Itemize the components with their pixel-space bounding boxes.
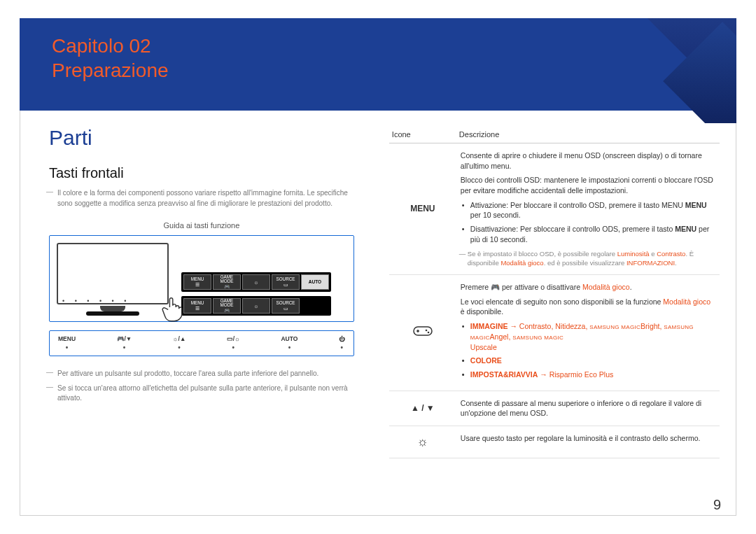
table-head-icons: Icone [389, 126, 456, 143]
table-row-game: Premere 🎮 per attivare o disattivare Mod… [389, 275, 720, 391]
left-column: Parti Tasti frontali Il colore e la form… [49, 126, 354, 458]
chapter-banner: Capitolo 02 Preparazione [20, 18, 736, 111]
chapter-title: Preparazione [52, 58, 169, 83]
btn-auto: AUTO [281, 335, 298, 342]
osd-strips: MENU☰ GAMEMODE🎮 ☼ SOURCE▭ AUTO MENU☰ GAM… [181, 272, 331, 316]
touch-dots: • • • • • • [62, 297, 130, 304]
table-head-desc: Descrizione [456, 126, 720, 143]
game-voci: Le voci elencate di seguito non sono dis… [461, 297, 715, 317]
game-li-colore: COLORE [461, 356, 715, 366]
button-labels-frame: MENU• 🎮/▼• ☼/▲• ▭/☼• AUTO• ⏻• [49, 330, 354, 356]
btn-rect-sun: ▭/☼ [227, 335, 240, 342]
game-li-immagine: IMMAGINE → Contrasto, Nitidezza, SAMSUNG… [461, 321, 715, 352]
osd-row-top: MENU☰ GAMEMODE🎮 ☼ SOURCE▭ AUTO [181, 272, 331, 292]
table-row-menu: MENU Consente di aprire o chiudere il me… [389, 143, 720, 275]
table-row-arrows: ▲ / ▼ Consente di passare al menu superi… [389, 391, 720, 426]
hand-icon [159, 292, 190, 323]
note-activate: Per attivare un pulsante sul prodotto, t… [49, 369, 354, 379]
guide-label: Guida ai tasti funzione [49, 221, 354, 230]
btn-gamepad: 🎮/▼ [117, 335, 132, 342]
menu-small-note: Se è impostato il blocco OSD, è possibil… [461, 249, 715, 268]
btn-power-icon: ⏻ [339, 335, 345, 342]
menu-deactivation-item: Disattivazione: Per sbloccare il control… [461, 224, 715, 244]
svg-point-4 [428, 332, 430, 334]
btn-menu: MENU [58, 335, 76, 342]
osd-row-bottom: MENU☰ GAMEMODE🎮 ☼ SOURCE▭ [181, 296, 331, 316]
section-heading: Parti [49, 126, 354, 150]
menu-icon-label: MENU [389, 143, 456, 275]
icons-table: Icone Descrizione MENU Consente di aprir… [389, 126, 720, 458]
right-column: Icone Descrizione MENU Consente di aprir… [389, 126, 720, 458]
content-area: Parti Tasti frontali Il colore e la form… [49, 126, 720, 458]
note-spec-change: Il colore e la forma dei componenti poss… [49, 188, 354, 209]
page-number: 9 [713, 497, 721, 513]
menu-lock-desc: Blocco dei controlli OSD: mantenere le i… [461, 175, 715, 195]
monitor-illustration: • • • • • • [57, 243, 169, 316]
monitor-figure: • • • • • • MENU☰ GAMEMODE🎮 ☼ SOURCE▭ AU… [49, 235, 354, 322]
menu-activation-item: Attivazione: Per bloccare il controllo O… [461, 200, 715, 220]
arrows-desc: Consente di passare al menu superiore o … [456, 391, 720, 426]
menu-open-desc: Consente di aprire o chiudere il menu OS… [461, 150, 715, 171]
svg-rect-0 [414, 327, 432, 335]
svg-point-3 [426, 330, 428, 332]
note-label-area: Se si tocca un'area attorno all'etichett… [49, 384, 354, 404]
gamepad-icon [389, 275, 456, 391]
subsection-heading: Tasti frontali [49, 165, 354, 181]
game-li-imposta: IMPOSTA&RIAVVIA → Risparmio Eco Plus [461, 370, 715, 380]
sun-icon: ☼ [389, 426, 456, 458]
table-row-sun: ☼ Usare questo tasto per regolare la lum… [389, 426, 720, 458]
sun-desc: Usare questo tasto per regolare la lumin… [456, 426, 720, 458]
game-premere: Premere 🎮 per attivare o disattivare Mod… [461, 282, 715, 293]
chapter-label: Capitolo 02 [52, 35, 151, 57]
arrows-icon: ▲ / ▼ [389, 391, 456, 426]
btn-sun-up: ☼/▲ [173, 335, 186, 342]
